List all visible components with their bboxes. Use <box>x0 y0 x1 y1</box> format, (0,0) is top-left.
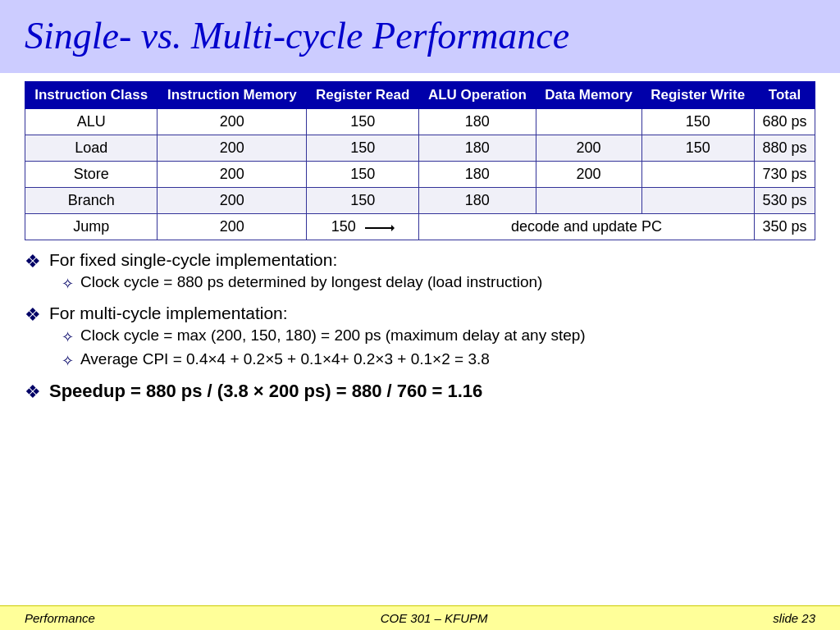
sub-bullet-2-1: ✧ Clock cycle = max (200, 150, 180) = 20… <box>62 326 586 346</box>
col-header-total: Total <box>754 81 815 108</box>
diamond-icon-1: ❖ <box>25 251 41 272</box>
cell-total: 350 ps <box>754 214 815 240</box>
cell-class: Jump <box>25 214 158 240</box>
performance-table: Instruction Class Instruction Memory Reg… <box>25 81 815 240</box>
footer-center: COE 301 – KFUPM <box>381 611 488 625</box>
cell-class: ALU <box>25 109 158 135</box>
cell-alu: 180 <box>419 109 536 135</box>
cell-total: 880 ps <box>754 135 815 162</box>
cell-alu: 180 <box>419 135 536 162</box>
cell-class: Store <box>25 162 158 188</box>
cell-jump-note: decode and update PC <box>419 214 755 240</box>
cell-class: Branch <box>25 188 158 214</box>
bullet-text-1: For fixed single-cycle implementation: <box>49 250 337 269</box>
bullet-list: ❖ For fixed single-cycle implementation:… <box>25 250 815 605</box>
cell-im: 200 <box>158 109 307 135</box>
sub-bullet-2-2: ✧ Average CPI = 0.4×4 + 0.2×5 + 0.1×4+ 0… <box>62 350 586 370</box>
cell-rr: 150 <box>307 162 419 188</box>
col-header-alu-operation: ALU Operation <box>419 81 536 108</box>
sub-diamond-icon-2-2: ✧ <box>62 352 74 370</box>
speedup-item: ❖ Speedup = 880 ps / (3.8 × 200 ps) = 88… <box>25 381 815 403</box>
cell-total: 730 ps <box>754 162 815 188</box>
svg-marker-1 <box>391 225 395 231</box>
col-header-data-memory: Data Memory <box>536 81 641 108</box>
sub-diamond-icon-2-1: ✧ <box>62 328 74 346</box>
table-row: ALU 200 150 180 150 680 ps <box>25 109 815 135</box>
table-row: Jump 200 150 decode and update PC 350 ps <box>25 214 815 240</box>
cell-rw <box>641 188 754 214</box>
col-header-instruction-memory: Instruction Memory <box>158 81 307 108</box>
cell-dm <box>536 109 641 135</box>
cell-rw <box>641 162 754 188</box>
cell-dm <box>536 188 641 214</box>
cell-total: 530 ps <box>754 188 815 214</box>
cell-rr: 150 <box>307 214 419 240</box>
sub-text-1-1: Clock cycle = 880 ps determined by longe… <box>80 273 542 291</box>
content-area: Instruction Class Instruction Memory Reg… <box>0 73 840 605</box>
sub-text-2-1: Clock cycle = max (200, 150, 180) = 200 … <box>80 326 586 345</box>
diamond-icon-2: ❖ <box>25 304 41 326</box>
bullet-item-2: ❖ For multi-cycle implementation: ✧ Cloc… <box>25 304 815 374</box>
col-header-instruction-class: Instruction Class <box>25 81 158 108</box>
bullet-text-2: For multi-cycle implementation: <box>49 304 288 322</box>
arrow-icon <box>363 218 395 235</box>
diamond-icon-speedup: ❖ <box>25 381 41 403</box>
cell-rw: 150 <box>641 135 754 162</box>
cell-rr: 150 <box>307 188 419 214</box>
cell-alu: 180 <box>419 188 536 214</box>
table-row: Store 200 150 180 200 730 ps <box>25 162 815 188</box>
cell-class: Load <box>25 135 158 162</box>
sub-bullet-1-1: ✧ Clock cycle = 880 ps determined by lon… <box>62 273 542 293</box>
cell-im: 200 <box>158 162 307 188</box>
sub-bullet-list-1: ✧ Clock cycle = 880 ps determined by lon… <box>49 273 542 293</box>
cell-dm: 200 <box>536 162 641 188</box>
cell-rw: 150 <box>641 109 754 135</box>
cell-rr: 150 <box>307 109 419 135</box>
sub-text-2-2: Average CPI = 0.4×4 + 0.2×5 + 0.1×4+ 0.2… <box>80 350 490 368</box>
footer-left: Performance <box>25 611 95 625</box>
table-row: Load 200 150 180 200 150 880 ps <box>25 135 815 162</box>
bullet-item-1: ❖ For fixed single-cycle implementation:… <box>25 250 815 297</box>
slide-title: Single- vs. Multi-cycle Performance <box>0 0 840 73</box>
cell-total: 680 ps <box>754 109 815 135</box>
col-header-register-write: Register Write <box>641 81 754 108</box>
cell-alu: 180 <box>419 162 536 188</box>
table-row: Branch 200 150 180 530 ps <box>25 188 815 214</box>
footer-right: slide 23 <box>773 611 815 625</box>
cell-dm: 200 <box>536 135 641 162</box>
col-header-register-read: Register Read <box>307 81 419 108</box>
cell-rr: 150 <box>307 135 419 162</box>
cell-im: 200 <box>158 188 307 214</box>
sub-diamond-icon-1-1: ✧ <box>62 275 74 293</box>
cell-im: 200 <box>158 135 307 162</box>
footer: Performance COE 301 – KFUPM slide 23 <box>0 605 840 630</box>
cell-im: 200 <box>158 214 307 240</box>
sub-bullet-list-2: ✧ Clock cycle = max (200, 150, 180) = 20… <box>49 326 586 370</box>
speedup-text: Speedup = 880 ps / (3.8 × 200 ps) = 880 … <box>49 381 482 402</box>
slide: Single- vs. Multi-cycle Performance Inst… <box>0 0 840 630</box>
